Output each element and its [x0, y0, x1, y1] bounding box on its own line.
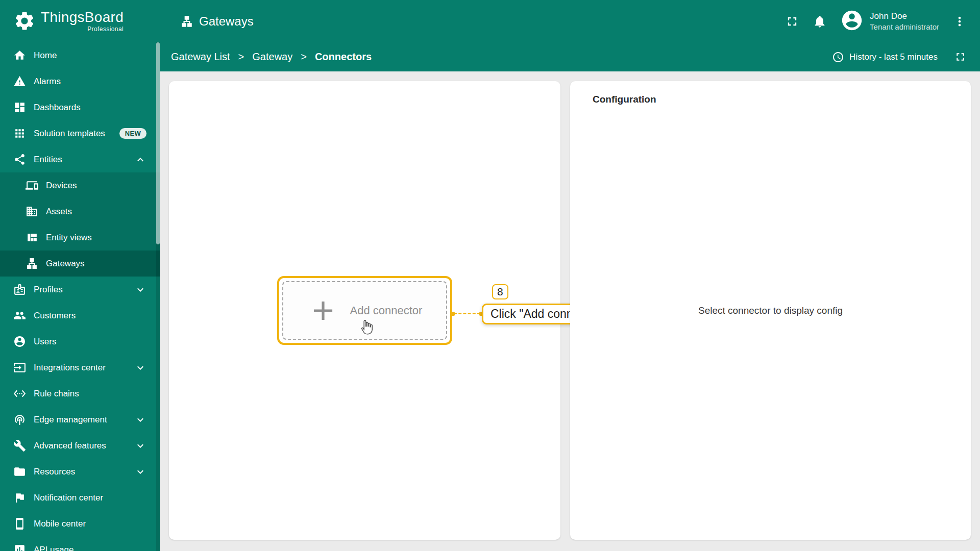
- add-connector-button[interactable]: Add connector: [282, 281, 447, 340]
- chevron-down-icon: [134, 414, 146, 426]
- thingsboard-logo[interactable]: ThingsBoard Professional: [0, 10, 160, 33]
- chevron-up-icon: [134, 154, 146, 166]
- sidebar-item-label: Customers: [34, 311, 76, 321]
- sidebar-item-notification-center[interactable]: Notification center: [0, 485, 160, 511]
- sidebar-item-resources[interactable]: Resources: [0, 459, 160, 485]
- entity-views-icon: [26, 231, 38, 244]
- warning-icon: [13, 75, 26, 88]
- breadcrumb-gateway[interactable]: Gateway: [252, 51, 292, 63]
- clock-icon: [832, 51, 844, 63]
- sidebar-item-label: Profiles: [34, 285, 63, 295]
- sidebar-item-users[interactable]: Users: [0, 329, 160, 355]
- connectors-panel: Add connector 8 Click "Add connector": [169, 81, 560, 540]
- sidebar-item-label: Solution templates: [34, 129, 105, 139]
- chevron-down-icon: [134, 440, 146, 452]
- fullscreen-button[interactable]: [785, 14, 799, 29]
- sidebar-item-assets[interactable]: Assets: [0, 198, 160, 224]
- sidebar-item-label: Notification center: [34, 493, 103, 503]
- notifications-button[interactable]: [813, 14, 827, 29]
- chevron-down-icon: [134, 362, 146, 374]
- breadcrumb-gateway-list[interactable]: Gateway List: [171, 51, 230, 63]
- configuration-title: Configuration: [593, 94, 948, 105]
- sidebar-item-label: Integrations center: [34, 363, 106, 373]
- users-icon: [13, 335, 26, 348]
- page-title: Gateways: [180, 14, 254, 29]
- main-content: Add connector 8 Click "Add connector" Co…: [160, 71, 980, 551]
- new-badge: NEW: [119, 128, 146, 139]
- sidebar-item-devices[interactable]: Devices: [0, 172, 160, 198]
- chevron-down-icon: [134, 466, 146, 478]
- sidebar-item-alarms[interactable]: Alarms: [0, 68, 160, 94]
- breadcrumb-bar: Gateway List > Gateway > Connectors Hist…: [160, 42, 980, 71]
- sidebar-item-home[interactable]: Home: [0, 42, 160, 68]
- sidebar-item-dashboards[interactable]: Dashboards: [0, 94, 160, 120]
- sidebar-item-api-usage[interactable]: API usage: [0, 537, 160, 551]
- sidebar-item-profiles[interactable]: Profiles: [0, 277, 160, 303]
- gateways-icon: [26, 257, 38, 270]
- sidebar-item-edge-management[interactable]: Edge management: [0, 407, 160, 433]
- gateways-icon: [180, 15, 193, 28]
- sidebar-item-label: Devices: [46, 181, 77, 191]
- sidebar-item-label: Rule chains: [34, 389, 79, 399]
- expand-dashboard-button[interactable]: [954, 51, 967, 63]
- edge-management-icon: [13, 413, 26, 426]
- more-menu-button[interactable]: [952, 14, 967, 29]
- account-circle-icon: [840, 9, 864, 32]
- sidebar-item-label: Edge management: [34, 415, 107, 425]
- folder-icon: [13, 465, 26, 478]
- sidebar-item-label: Dashboards: [34, 103, 81, 113]
- entities-icon: [13, 153, 26, 166]
- sidebar-item-label: Assets: [46, 207, 72, 217]
- home-icon: [13, 49, 26, 62]
- top-header-bar: ThingsBoard Professional Gateways John D…: [0, 0, 980, 42]
- user-menu[interactable]: John Doe Tenant administrator: [840, 9, 939, 34]
- chevron-down-icon: [134, 284, 146, 296]
- sidebar-item-label: Advanced features: [34, 441, 106, 451]
- sidebar-item-advanced-features[interactable]: Advanced features: [0, 433, 160, 459]
- sidebar-item-label: Entities: [34, 155, 62, 165]
- breadcrumb-connectors: Connectors: [315, 51, 372, 63]
- tutorial-connector-line: [454, 313, 480, 314]
- tutorial-step-number: 8: [492, 284, 508, 299]
- brand-subtitle: Professional: [87, 26, 124, 33]
- page-title-label: Gateways: [199, 14, 254, 29]
- assets-icon: [26, 205, 38, 218]
- sidebar-item-mobile-center[interactable]: Mobile center: [0, 511, 160, 537]
- gear-logo-icon: [13, 10, 36, 32]
- advanced-features-icon: [13, 439, 26, 452]
- profiles-icon: [13, 283, 26, 296]
- breadcrumb-separator: >: [238, 51, 244, 63]
- sidebar-scrollbar[interactable]: [156, 42, 160, 551]
- devices-icon: [26, 179, 38, 192]
- sidebar-item-entities[interactable]: Entities: [0, 146, 160, 172]
- sidebar-item-integrations-center[interactable]: Integrations center: [0, 355, 160, 381]
- history-range-button[interactable]: History - last 5 minutes: [829, 51, 941, 64]
- dashboards-icon: [13, 101, 26, 114]
- configuration-empty-text: Select connector to display config: [570, 305, 971, 316]
- sidebar-item-solution-templates[interactable]: Solution templates NEW: [0, 120, 160, 146]
- flag-icon: [13, 491, 26, 504]
- rule-chains-icon: [13, 387, 26, 400]
- add-connector-label: Add connector: [350, 304, 423, 317]
- sidebar-item-label: Resources: [34, 467, 75, 477]
- sidebar-item-entity-views[interactable]: Entity views: [0, 224, 160, 251]
- chart-icon: [13, 543, 26, 551]
- apps-icon: [13, 127, 26, 140]
- sidebar-item-label: API usage: [34, 545, 74, 551]
- sidebar-scrollbar-thumb[interactable]: [156, 42, 160, 244]
- sidebar-item-label: Gateways: [46, 259, 85, 269]
- user-role: Tenant administrator: [870, 22, 939, 32]
- sidebar: Home Alarms Dashboards Solution template…: [0, 42, 160, 551]
- sidebar-item-label: Mobile center: [34, 519, 86, 529]
- integrations-icon: [13, 361, 26, 374]
- breadcrumb: Gateway List > Gateway > Connectors: [171, 51, 372, 63]
- bell-icon: [813, 14, 827, 29]
- brand-name: ThingsBoard: [41, 10, 124, 26]
- sidebar-item-rule-chains[interactable]: Rule chains: [0, 381, 160, 407]
- smartphone-icon: [13, 517, 26, 530]
- sidebar-item-customers[interactable]: Customers: [0, 303, 160, 329]
- history-range-label: History - last 5 minutes: [849, 52, 938, 62]
- sidebar-item-gateways[interactable]: Gateways: [0, 251, 160, 277]
- sidebar-item-label: Home: [34, 51, 57, 61]
- fullscreen-icon: [954, 51, 967, 63]
